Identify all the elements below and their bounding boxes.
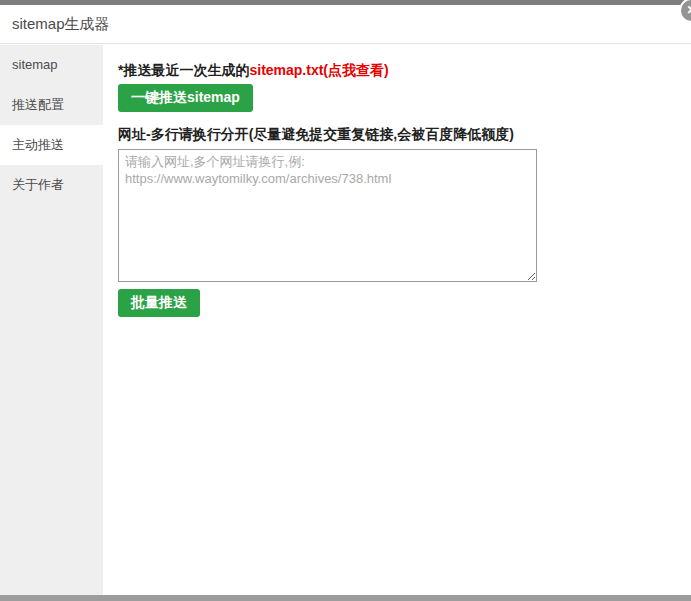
close-icon: ✕ — [686, 3, 691, 17]
push-sitemap-button[interactable]: 一键推送sitemap — [118, 84, 253, 112]
sitemap-txt-link[interactable]: sitemap.txt(点我查看) — [249, 62, 388, 78]
sidebar-item-active-push[interactable]: 主动推送 — [0, 125, 103, 165]
sidebar-item-sitemap[interactable]: sitemap — [0, 45, 103, 85]
sidebar: sitemap 推送配置 主动推送 关于作者 — [0, 45, 103, 595]
sidebar-item-label: 主动推送 — [12, 137, 64, 152]
sidebar-item-label: 推送配置 — [12, 97, 64, 112]
header: sitemap生成器 — [0, 5, 691, 44]
main-content: *推送最近一次生成的sitemap.txt(点我查看) 一键推送sitemap … — [103, 45, 691, 595]
push-note-prefix: *推送最近一次生成的 — [118, 62, 249, 78]
push-note: *推送最近一次生成的sitemap.txt(点我查看) — [118, 62, 671, 80]
bottom-decorative-bar — [0, 595, 691, 601]
sidebar-item-push-config[interactable]: 推送配置 — [0, 85, 103, 125]
url-textarea[interactable] — [118, 149, 537, 282]
sidebar-item-label: sitemap — [12, 57, 58, 72]
url-instructions-label: 网址-多行请换行分开(尽量避免提交重复链接,会被百度降低额度) — [118, 126, 671, 144]
batch-push-button[interactable]: 批量推送 — [118, 289, 200, 317]
top-decorative-bar — [0, 0, 691, 5]
sidebar-item-label: 关于作者 — [12, 177, 64, 192]
page-title: sitemap生成器 — [0, 5, 691, 43]
sidebar-item-about-author[interactable]: 关于作者 — [0, 165, 103, 205]
